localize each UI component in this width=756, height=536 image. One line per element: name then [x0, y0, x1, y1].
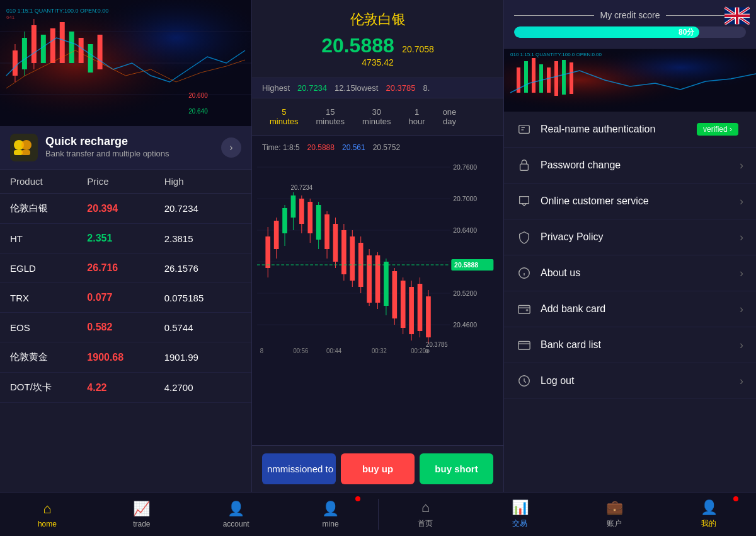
tab-1hour[interactable]: 1hour — [401, 103, 433, 130]
left-panel: 010 1:15:1 QUANTITY:100.0 OPEN:0.00 641 … — [0, 0, 252, 492]
menu-item-privacy-policy[interactable]: Privacy Policy › — [504, 219, 756, 255]
credit-score-bar: 80分 — [514, 26, 746, 38]
svg-rect-104 — [524, 61, 528, 93]
menu-item-real-name-authentication[interactable]: Real-name authentication verified › — [504, 112, 756, 148]
uk-flag-icon[interactable] — [724, 6, 750, 25]
tab-oneday[interactable]: oneday — [435, 103, 464, 130]
svg-rect-52 — [307, 202, 312, 233]
commissioned-button[interactable]: nmmissioned to t — [262, 453, 336, 484]
menu-label: Privacy Policy — [541, 231, 731, 243]
row-price: 0.582 — [87, 322, 164, 333]
svg-text:20.7600: 20.7600 — [453, 163, 477, 171]
menu-arrow-icon: › — [740, 267, 743, 280]
row-name: HT — [10, 233, 87, 244]
table-row[interactable]: HT 2.351 2.3815 — [0, 224, 251, 253]
table-row[interactable]: 伦敦黄金 1900.68 1901.99 — [0, 342, 251, 373]
svg-text:00:20: 00:20 — [411, 347, 426, 354]
menu-item-password-change[interactable]: Password change › — [504, 148, 756, 184]
nav-account-right[interactable]: 💼 账户 — [567, 492, 662, 536]
chart-time: Time: 1:8:5 — [262, 143, 300, 152]
row-price: 2.351 — [87, 233, 164, 244]
row-price: 0.077 — [87, 292, 164, 303]
row-high: 0.075185 — [164, 293, 241, 303]
menu-item-add-bank-card[interactable]: Add bank card › — [504, 291, 756, 327]
table-row[interactable]: TRX 0.077 0.075185 — [0, 283, 251, 313]
svg-text:8: 8 — [260, 347, 263, 354]
buy-up-button[interactable]: buy up — [341, 453, 415, 484]
tab-5min[interactable]: 5minutes — [262, 103, 306, 130]
row-name: EGLD — [10, 263, 87, 274]
row-name: DOT/坎卡 — [10, 382, 87, 393]
nav-trade-left[interactable]: 📈 trade — [94, 492, 189, 536]
svg-rect-76 — [409, 287, 414, 334]
table-row[interactable]: EOS 0.582 0.5744 — [0, 313, 251, 342]
tab-30min[interactable]: 30minutes — [355, 103, 399, 130]
menu-item-bank-card-list[interactable]: Bank card list › — [504, 327, 756, 363]
nav-mine-left[interactable]: 👤 mine — [284, 492, 378, 536]
svg-text:00:56: 00:56 — [293, 347, 308, 354]
menu-label: Log out — [541, 375, 731, 387]
nav-account-label: account — [223, 520, 249, 528]
menu-list: Real-name authentication verified › Pass… — [504, 112, 756, 492]
menu-label: Password change — [541, 160, 731, 171]
row-high: 2.3815 — [164, 233, 241, 244]
nav-home-right[interactable]: ⌂ 首页 — [379, 492, 473, 536]
trade-icon-left: 📈 — [133, 501, 150, 517]
nav-account-left[interactable]: 👤 account — [189, 492, 284, 536]
credit-card-add-icon — [517, 301, 532, 317]
svg-rect-115 — [520, 164, 529, 170]
svg-rect-62 — [350, 236, 355, 281]
info-icon — [517, 265, 532, 281]
menu-arrow-icon: › — [740, 231, 743, 244]
menu-item-log-out[interactable]: Log out › — [504, 363, 756, 399]
row-price: 1900.68 — [87, 352, 164, 363]
left-chart-banner: 010 1:15:1 QUANTITY:100.0 OPEN:0.00 641 … — [0, 0, 251, 126]
nav-home-label: home — [38, 520, 57, 528]
right-chart-banner: 010 1:15:1 QUANTITY:100.0 OPEN:0.00 — [504, 49, 756, 112]
nav-trade-label: trade — [133, 520, 150, 528]
svg-text:010 1:15:1 QUANTITY:100.0 OPEN: 010 1:15:1 QUANTITY:100.0 OPEN:0.00 — [510, 52, 602, 57]
nav-home-right-label: 首页 — [418, 518, 433, 529]
row-name: 伦敦白银 — [10, 202, 87, 214]
svg-rect-60 — [341, 230, 346, 274]
svg-text:20.600: 20.600 — [188, 92, 208, 99]
svg-rect-15 — [69, 32, 74, 63]
tab-15min[interactable]: 15minutes — [309, 103, 353, 130]
nav-trade-right-label: 交易 — [512, 518, 527, 529]
nav-home-left[interactable]: ⌂ home — [0, 492, 94, 536]
svg-rect-13 — [50, 28, 55, 63]
table-row[interactable]: DOT/坎卡 4.22 4.2700 — [0, 373, 251, 403]
recharge-arrow-button[interactable]: › — [221, 137, 241, 158]
buy-short-button[interactable]: buy short — [420, 453, 493, 484]
logout-icon — [517, 373, 532, 388]
message-icon — [517, 194, 532, 209]
ticker-title: 伦敦白银 — [262, 10, 493, 29]
svg-text:010 1:15:1 QUANTITY:100.0 OPEN: 010 1:15:1 QUANTITY:100.0 OPEN:0.00 — [6, 8, 108, 14]
svg-rect-41 — [265, 236, 270, 268]
table-row[interactable]: 伦敦白银 20.394 20.7234 — [0, 194, 251, 224]
menu-label: About us — [541, 267, 731, 279]
bottom-nav: ⌂ home 📈 trade 👤 account 👤 mine ⌂ 首页 📊 交… — [0, 492, 756, 536]
svg-rect-16 — [79, 38, 84, 63]
menu-label: Bank card list — [541, 339, 731, 351]
menu-arrow-icon: › — [740, 159, 743, 172]
svg-rect-45 — [282, 208, 287, 233]
svg-text:20.4600: 20.4600 — [453, 321, 477, 329]
table-row[interactable]: EGLD 26.716 26.1576 — [0, 253, 251, 283]
svg-rect-112 — [519, 125, 530, 134]
menu-item-online-customer-service[interactable]: Online customer service › — [504, 184, 756, 219]
menu-item-about-us[interactable]: About us › — [504, 255, 756, 291]
row-price: 4.22 — [87, 382, 164, 393]
col-price: Price — [87, 176, 164, 187]
home-icon-right: ⌂ — [421, 499, 430, 516]
credit-score-fill: 80分 — [514, 26, 699, 38]
svg-rect-68 — [375, 255, 381, 303]
recharge-icon — [10, 134, 38, 161]
svg-text:00:44: 00:44 — [326, 347, 341, 354]
nav-mine-right[interactable]: 👤 我的 — [662, 492, 756, 536]
mine-dot — [355, 496, 360, 501]
chart-info-bar: Time: 1:8:5 20.5888 20.561 20.5752 — [257, 141, 498, 154]
quick-recharge-section[interactable]: Quick recharge Bank transfer and multipl… — [0, 126, 251, 170]
svg-text:641: 641 — [6, 15, 15, 20]
nav-trade-right[interactable]: 📊 交易 — [472, 492, 567, 536]
